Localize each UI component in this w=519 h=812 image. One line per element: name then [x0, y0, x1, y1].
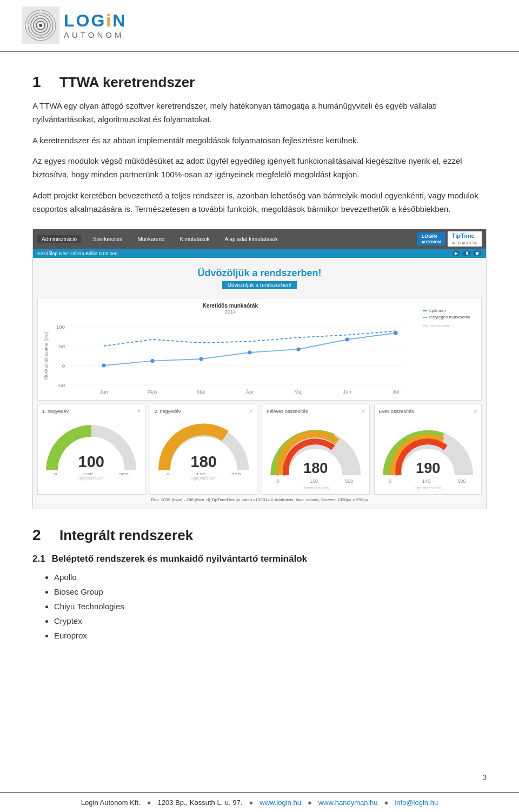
nav-item-alap: Alap adat kimutatások: [222, 235, 281, 243]
svg-text:100: 100: [56, 324, 65, 330]
app-navbar: Adminisztráció Szerkesztés Munkarend Kim…: [33, 229, 486, 249]
welcome-banner: Üdvözöljük a rendszerben! Üdvözöljük a r…: [37, 262, 482, 295]
footer-address: 1203 Bp., Kossuth L. u. 97.: [158, 798, 243, 807]
svg-text:0: 0: [166, 472, 169, 475]
svg-text:0: 0: [389, 479, 391, 484]
svg-point-29: [296, 348, 300, 351]
chart-area: Keretidős munkaórák 2014 100: [37, 298, 482, 401]
footer-email[interactable]: info@login.hu: [395, 798, 438, 807]
bullet-cryptex: Cryptex: [54, 614, 487, 628]
logo-text: LOGiN AUTONOM: [64, 11, 127, 39]
svg-point-31: [394, 331, 397, 335]
svg-point-28: [248, 351, 251, 355]
section1-para2: A keretrendszer és az abban implementált…: [32, 134, 487, 148]
svg-text:120: 120: [196, 472, 205, 475]
section2-number: 2: [32, 527, 49, 544]
subsection21-heading: 2.1 Beléptető rendszerek és munkaidő nyi…: [32, 554, 487, 564]
svg-text:Ápr: Ápr: [246, 389, 255, 395]
gauge-card-1: 1. negyedév ≡ 100 0 125 250 Highcharts.c…: [37, 404, 145, 495]
gauge3-title: Féléves összesítés ≡: [267, 409, 365, 414]
bullet-apollo: Apollo: [54, 570, 487, 584]
app-footer-bar: Rev. 1055 (ttwa) - 398 (ttwa_d) TipTimeD…: [37, 495, 482, 504]
section1-para3: Az egyes modulok végső működésüket az ad…: [32, 155, 487, 182]
footer-website2[interactable]: www.handyman.hu: [318, 798, 378, 807]
gauges-row: 1. negyedév ≡ 100 0 125 250 Highcharts.c…: [37, 404, 482, 495]
footer-website1[interactable]: www.login.hu: [260, 798, 301, 807]
svg-text:250: 250: [231, 472, 241, 475]
svg-point-25: [102, 364, 105, 368]
app-subbar: Kezdőlap Név: Dózsa Bálint 0.03 sec ▶ ⏸ …: [33, 249, 486, 258]
footer-company: Login Autonom Kft.: [81, 798, 141, 807]
page-header: LOGiN AUTONOM: [0, 0, 519, 52]
app-body: Üdvözöljük a rendszerben! Üdvözöljük a r…: [33, 258, 486, 509]
gauge-card-2: 2. negyedév ≡ 180 0 120 250 Highcharts.c…: [150, 404, 258, 495]
gauge2-svg: 180 0 120 250: [155, 416, 253, 475]
svg-text:Máj: Máj: [294, 389, 302, 395]
svg-text:Feb: Feb: [148, 389, 157, 395]
svg-text:500: 500: [345, 479, 353, 484]
gauge-card-4: Éves összesítés ≡: [374, 404, 482, 495]
svg-text:50: 50: [59, 343, 65, 349]
svg-text:Már: Már: [197, 389, 206, 395]
welcome-title: Üdvözöljük a rendszerben!: [43, 268, 476, 279]
section2: 2 Integrált rendszerek 2.1 Beléptető ren…: [32, 527, 487, 643]
svg-text:Jún: Jún: [343, 389, 351, 395]
section1-para1: A TTWA egy olyan átfogó szoftver keretre…: [32, 99, 487, 127]
svg-text:140: 140: [422, 479, 430, 484]
gauge1-title: 1. negyedév ≡: [42, 409, 141, 414]
svg-point-30: [345, 338, 349, 342]
svg-text:0: 0: [62, 363, 65, 369]
svg-point-6: [39, 24, 42, 27]
welcome-badge: Üdvözöljük a rendszerben!: [222, 281, 297, 289]
section2-heading: 2 Integrált rendszerek: [32, 527, 487, 544]
svg-text:180: 180: [190, 454, 216, 471]
chart-title: Keretidős munkaórák 2014: [42, 303, 418, 315]
bullet-chiyu: Chiyu Technologies: [54, 599, 487, 614]
section2-title: Integrált rendszerek: [59, 527, 193, 544]
svg-point-26: [150, 359, 154, 363]
app-screenshot: Adminisztráció Szerkesztés Munkarend Kim…: [33, 229, 486, 509]
gauge3-svg: 180 0 150 500: [267, 416, 365, 485]
svg-text:Júl: Júl: [392, 389, 399, 395]
svg-text:190: 190: [416, 460, 440, 477]
svg-text:250: 250: [119, 472, 129, 475]
chart-main: Keretidős munkaórák 2014 100: [42, 303, 418, 396]
svg-text:-50: -50: [57, 382, 65, 388]
subsection21-title: Beléptető rendszerek és munkaidő nyilván…: [52, 554, 307, 564]
legend-optimum: optimum: [423, 308, 477, 313]
gauge-card-3: Féléves összesítés ≡: [262, 404, 370, 495]
app-nav-right: LOGINAUTONOM TipTimeWEB ACCESS: [417, 231, 482, 247]
svg-text:150: 150: [310, 479, 318, 484]
app-footer-text: Rev. 1055 (ttwa) - 398 (ttwa_d) TipTimeD…: [151, 497, 368, 502]
bullet-list-terminals: Apollo Biosec Group Chiyu Technologies C…: [32, 570, 487, 643]
subsection21-number: 2.1: [32, 554, 45, 564]
section1-para4: Adott projekt keretében bevezethető a te…: [32, 189, 487, 216]
subbar-text: Kezdőlap Név: Dózsa Bálint 0.03 sec: [37, 251, 117, 256]
gauge1-svg: 100 0 125 250: [42, 416, 141, 475]
svg-text:125: 125: [83, 472, 93, 475]
svg-text:Munkaórák száma (óra): Munkaórák száma (óra): [43, 332, 49, 380]
section1-number: 1: [32, 74, 49, 91]
svg-text:100: 100: [78, 454, 104, 471]
gauge4-svg: 190 0 140 500: [379, 416, 477, 485]
svg-text:500: 500: [457, 479, 465, 484]
legend-tenyleges: tényleges munkaórák: [423, 315, 477, 320]
page-number: 3: [482, 773, 487, 782]
gauge2-title: 2. negyedév ≡: [155, 409, 253, 414]
section1-heading: 1 TTWA keretrendszer: [32, 74, 487, 91]
svg-text:0: 0: [54, 472, 57, 475]
gauge4-title: Éves összesítés ≡: [379, 409, 477, 414]
svg-text:180: 180: [303, 460, 328, 477]
svg-text:0: 0: [276, 479, 279, 484]
chart-legend: optimum tényleges munkaórák Highcharts.c…: [423, 303, 477, 396]
logo-container: LOGiN AUTONOM: [22, 6, 127, 44]
section1-title: TTWA keretrendszer: [59, 74, 195, 91]
nav-item-admin: Adminisztráció: [37, 235, 81, 243]
fingerprint-logo: [22, 6, 59, 44]
bullet-europrox: Europrox: [54, 628, 487, 643]
nav-item-szerk: Szerkesztés: [90, 235, 125, 243]
app-screenshot-container: Adminisztráció Szerkesztés Munkarend Kim…: [32, 229, 487, 509]
svg-text:Jan: Jan: [99, 389, 108, 395]
main-content: 1 TTWA keretrendszer A TTWA egy olyan át…: [0, 52, 519, 675]
line-chart-svg: 100 50 0 -50 Munkaórák száma (óra) Jan F…: [42, 317, 418, 395]
